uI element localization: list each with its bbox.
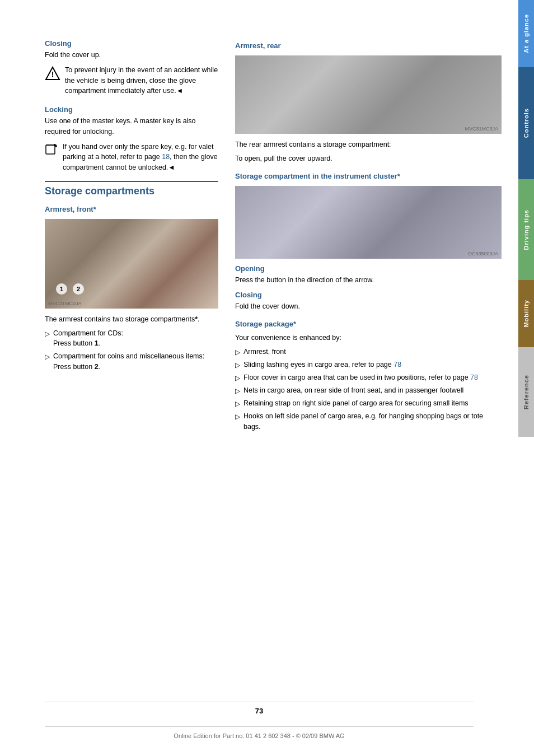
storage-cluster-title: Storage compartment in the instrument cl… (235, 172, 502, 180)
list-item: ▷ Floor cover in cargo area that can be … (235, 372, 502, 383)
opening-text: Press the button in the direction of the… (235, 275, 502, 286)
sidebar-label-at-glance: At a glance (519, 7, 533, 60)
sidebar-item-mobility[interactable]: Mobility (518, 280, 534, 347)
storage-package-title: Storage package* (235, 320, 502, 328)
storage-package-intro: Your convenience is enhanced by: (235, 333, 502, 343)
armrest-rear-desc: The rear armrest contains a storage comp… (235, 139, 502, 150)
sidebar-label-controls: Controls (519, 101, 533, 144)
closing-title-right: Closing (235, 291, 502, 299)
pkg-item-5: Retaining strap on right side panel of c… (243, 398, 469, 409)
storage-compartments-title: Storage compartments (45, 181, 218, 197)
armrest-rear-sub: To open, pull the cover upward. (235, 153, 502, 164)
list-item: ▷ Hooks on left side panel of cargo area… (235, 411, 502, 432)
bullet-arrow-pkg-3: ▷ (235, 373, 240, 383)
bullet-arrow-1: ▷ (45, 329, 50, 339)
bullet-arrow-pkg-2: ▷ (235, 360, 240, 370)
instrument-cluster-image: DC635009JA (235, 186, 502, 259)
bullet-arrow-pkg-6: ▷ (235, 412, 240, 422)
bullet-cds: ▷ Compartment for CDs: Press button 1. (45, 328, 218, 349)
image-watermark-cluster: DC635009JA (468, 251, 498, 256)
sidebar-item-reference[interactable]: Reference (518, 347, 534, 437)
pkg-item-6: Hooks on left side panel of cargo area, … (243, 411, 502, 432)
page-container: Closing Fold the cover up. ! To prevent … (0, 0, 534, 756)
note-link[interactable]: 18 (162, 153, 170, 161)
pkg-item-4: Nets in cargo area, on rear side of fron… (243, 385, 463, 396)
opening-title: Opening (235, 264, 502, 273)
list-item: ▷ Armrest, front (235, 347, 502, 357)
note-icon (45, 143, 58, 156)
sidebar: At a glance Controls Driving tips Mobili… (518, 0, 534, 756)
warning-icon: ! (45, 66, 60, 82)
pkg-item-3: Floor cover in cargo area that can be us… (243, 372, 478, 383)
bullet-arrow-2: ▷ (45, 352, 50, 362)
page-number: 73 (45, 707, 474, 715)
armrest-front-desc: The armrest contains two storage compart… (45, 314, 218, 325)
link-78-1[interactable]: 78 (394, 361, 401, 368)
right-column: Armrest, rear MVC31MC3JA The rear armres… (235, 34, 502, 734)
warning-box: ! To prevent injury in the event of an a… (45, 65, 218, 100)
image-watermark-front: MVC31MC0JA (48, 301, 82, 306)
link-78-2[interactable]: 78 (470, 374, 478, 381)
armrest-rear-title: Armrest, rear (235, 41, 502, 50)
warning-text: To prevent injury in the event of an acc… (65, 65, 218, 96)
closing-title-left: Closing (45, 39, 218, 48)
pkg-item-1: Armrest, front (243, 347, 286, 357)
armrest-front-bullets: ▷ Compartment for CDs: Press button 1. ▷… (45, 328, 218, 372)
locking-title: Locking (45, 105, 218, 114)
sidebar-label-driving-tips: Driving tips (519, 203, 533, 257)
svg-text:!: ! (51, 70, 54, 79)
locking-text: Use one of the master keys. A master key… (45, 116, 218, 137)
pkg-item-2: Sliding lashing eyes in cargo area, refe… (243, 360, 401, 370)
sidebar-label-mobility: Mobility (519, 293, 533, 334)
footer-text: Online Edition for Part no. 01 41 2 602 … (45, 726, 474, 745)
footer-divider (45, 702, 474, 702)
list-item: ▷ Sliding lashing eyes in cargo area, re… (235, 360, 502, 370)
armrest-rear-image: MVC31MC3JA (235, 55, 502, 134)
sidebar-item-controls[interactable]: Controls (518, 67, 534, 179)
bullet-arrow-pkg-5: ▷ (235, 399, 240, 409)
button-label-1: 1 (56, 283, 67, 295)
storage-package-bullets: ▷ Armrest, front ▷ Sliding lashing eyes … (235, 347, 502, 432)
note-box: If you hand over only the spare key, e.g… (45, 142, 218, 176)
bullet-coins: ▷ Compartment for coins and miscellaneou… (45, 351, 218, 372)
button-label-2: 2 (73, 283, 84, 295)
armrest-front-title: Armrest, front* (45, 205, 218, 213)
left-column: Closing Fold the cover up. ! To prevent … (45, 34, 218, 734)
main-content: Closing Fold the cover up. ! To prevent … (0, 0, 518, 756)
footer-area: 73 Online Edition for Part no. 01 41 2 6… (0, 697, 518, 745)
svg-rect-2 (46, 145, 55, 154)
note-text: If you hand over only the spare key, e.g… (63, 142, 218, 173)
bullet-coins-text: Compartment for coins and miscellaneous … (53, 351, 204, 372)
sidebar-item-at-glance[interactable]: At a glance (518, 0, 534, 67)
image-watermark-rear: MVC31MC3JA (465, 126, 498, 132)
armrest-front-image: 1 2 MVC31MC0JA (45, 219, 218, 309)
list-item: ▷ Retaining strap on right side panel of… (235, 398, 502, 409)
list-item: ▷ Nets in cargo area, on rear side of fr… (235, 385, 502, 396)
bullet-arrow-pkg-4: ▷ (235, 386, 240, 396)
closing-text-left: Fold the cover up. (45, 50, 218, 60)
closing-text-right: Fold the cover down. (235, 301, 502, 312)
sidebar-label-reference: Reference (519, 368, 533, 416)
bullet-arrow-pkg-1: ▷ (235, 347, 240, 357)
sidebar-item-driving-tips[interactable]: Driving tips (518, 179, 534, 280)
bullet-cds-text: Compartment for CDs: Press button 1. (53, 328, 123, 349)
